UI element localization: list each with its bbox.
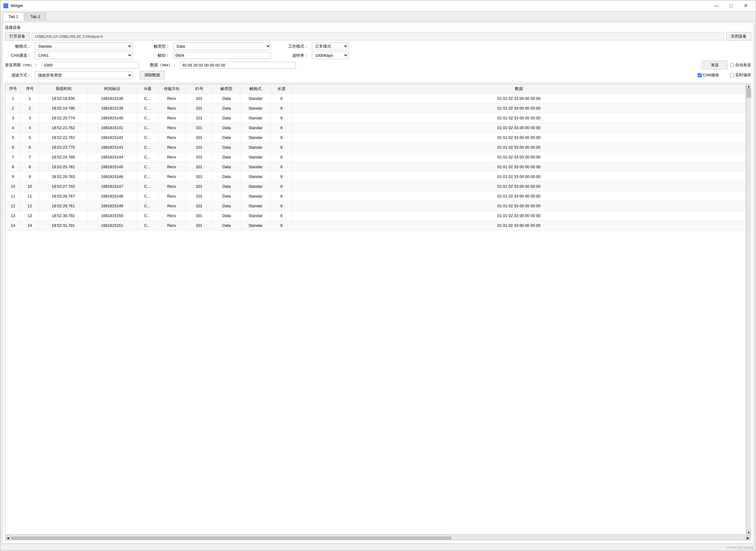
table-and-scrollbar: 序号 序号 系统时间 时间标识 .N通 传输方向 ID号 帧类型 帧格式 长度 [5,84,751,535]
title-bar: Widget — □ ✕ [0,0,756,11]
table-row[interactable]: 111118:52:28.7671681815148C...Recv101Dat… [5,191,746,201]
baud-rate-select[interactable]: 1000Kbps [312,52,348,59]
table-cell: Recv [158,142,185,152]
table-cell: 8 [271,211,292,221]
table-cell: Recv [158,172,185,182]
table-cell: Recv [158,211,185,221]
open-device-button[interactable]: 打开设备 [5,32,30,41]
table-cell: 12 [5,201,21,211]
right-scrollbar[interactable]: ▲ ▼ [746,84,751,535]
table-cell: 14 [5,221,21,230]
tab-2[interactable]: Tab 2 [25,13,46,20]
filter-select[interactable]: 接收所有类型 [35,71,132,79]
table-cell: 1681815147 [88,182,137,191]
frame-format-select[interactable]: Standar [35,42,132,50]
table-cell: C... [137,142,158,152]
table-cell: 01 01 02 33 00 00 00 00 [292,133,746,142]
watermark: CSDN @好奇龙猫 [0,545,756,551]
table-row[interactable]: 2218:52:19.7801681815139C...Recv101DataS… [5,103,746,113]
table-cell: Data [213,211,240,221]
scroll-thumb-vertical[interactable] [747,88,751,98]
table-row[interactable]: 7718:52:24.7881681815144C...Recv101DataS… [5,152,746,162]
table-row[interactable]: 141418:52:31.7911681815151C...Recv101Dat… [5,221,746,230]
table-cell: 4 [5,123,21,133]
table-cell: 18:52:27.793 [39,182,88,191]
table-row[interactable]: 1118:52:18.8361681815138C...Recv101DataS… [5,94,746,103]
scroll-left-arrow[interactable]: ◀ [5,536,10,541]
table-row[interactable]: 8818:52:25.7821681815145C...Recv101DataS… [5,162,746,172]
table-cell: 18:52:20.774 [39,113,88,123]
realtime-save-label[interactable]: 实时储存 [730,72,751,78]
table-cell: 10 [5,182,21,191]
clear-data-button[interactable]: 清除数据 [140,71,165,79]
table-cell: Standar [240,94,271,103]
table-cell: C... [137,133,158,142]
send-period-input[interactable] [41,62,139,69]
table-cell: 01 01 02 33 00 00 00 00 [292,221,746,230]
can-recv-label[interactable]: CAN接收 [698,72,719,78]
table-cell: 1681815148 [88,191,137,201]
table-cell: 1681815150 [88,211,137,221]
table-row[interactable]: 101018:52:27.7931681815147C...Recv101Dat… [5,182,746,191]
scroll-track-vertical[interactable] [747,88,751,530]
table-cell: Standar [240,133,271,142]
can-channel-select[interactable]: CAN1 [35,52,132,59]
tab-1[interactable]: Tab 1 [3,13,24,21]
auto-send-checkbox[interactable] [730,63,734,67]
table-row[interactable]: 121218:52:29.7611681815149C...Recv101Dat… [5,201,746,211]
data-hex-input[interactable] [180,62,296,69]
table-cell: 8 [271,182,292,191]
data-table: 序号 序号 系统时间 时间标识 .N通 传输方向 ID号 帧类型 帧格式 长度 [5,84,746,230]
table-cell: 101 [185,152,213,162]
send-button[interactable]: 发送 [702,61,728,69]
form-row-3: CAN通道： CAN1 帧ID： 波特率： 1000Kbps [5,52,751,59]
device-section: 打开设备 USBCAN-2A USBCAN-2C CANalyst-II 关闭设… [5,32,751,41]
table-cell: Data [213,221,240,230]
col-frame-type: 帧类型 [213,84,240,94]
close-device-button[interactable]: 关闭设备 [726,32,751,41]
table-row[interactable]: 6618:52:23.7751681815143C...Recv101DataS… [5,142,746,152]
table-cell: 2 [21,103,39,113]
bottom-scrollbar[interactable]: ◀ ▶ [5,535,751,541]
frame-id-input[interactable] [173,52,271,59]
frame-type-select[interactable]: Data [173,42,271,50]
scroll-right-arrow[interactable]: ▶ [746,536,751,541]
table-row[interactable]: 4418:52:21.7621681815141C...Recv101DataS… [5,123,746,133]
scroll-up-arrow[interactable]: ▲ [747,84,751,88]
table-row[interactable]: 131318:52:30.7921681815150C...Recv101Dat… [5,211,746,221]
filter-label: 滤波方式： [5,72,32,78]
can-recv-checkbox[interactable] [698,73,702,77]
table-cell: 1681815141 [88,123,137,133]
table-cell: 11 [21,191,39,201]
table-cell: C... [137,123,158,133]
scroll-thumb-horizontal[interactable] [11,537,451,540]
table-cell: Data [213,94,240,103]
table-cell: 8 [271,123,292,133]
table-cell: 1681815140 [88,113,137,123]
table-cell: 8 [271,133,292,142]
table-cell: 8 [271,221,292,230]
auto-send-label[interactable]: 自动发送 [730,62,751,68]
table-cell: 18:52:19.780 [39,103,88,113]
work-mode-select[interactable]: 正常模式 [312,42,348,50]
realtime-save-checkbox[interactable] [730,73,734,77]
table-cell: Recv [158,123,185,133]
device-display: USBCAN-2A USBCAN-2C CANalyst-II [32,33,724,40]
table-cell: Data [213,172,240,182]
table-cell: Data [213,182,240,191]
table-cell: C... [137,182,158,191]
send-period-label: 发送周期（ms）： [5,62,39,68]
table-cell: 1681815142 [88,133,137,142]
data-table-wrapper[interactable]: 序号 序号 系统时间 时间标识 .N通 传输方向 ID号 帧类型 帧格式 长度 [5,84,746,535]
table-row[interactable]: 3318:52:20.7741681815140C...Recv101DataS… [5,113,746,123]
table-row[interactable]: 9918:52:26.7831681815146C...Recv101DataS… [5,172,746,182]
scroll-track-horizontal[interactable] [11,536,745,540]
maximize-button[interactable]: □ [724,1,738,10]
table-row[interactable]: 5518:52:22.7621681815142C...Recv101DataS… [5,133,746,142]
minimize-button[interactable]: — [709,1,723,10]
connect-section-title: 连接设备 [5,25,751,30]
close-button[interactable]: ✕ [739,1,753,10]
table-cell: Standar [240,113,271,123]
scroll-down-arrow[interactable]: ▼ [747,530,751,535]
table-cell: 13 [21,211,39,221]
